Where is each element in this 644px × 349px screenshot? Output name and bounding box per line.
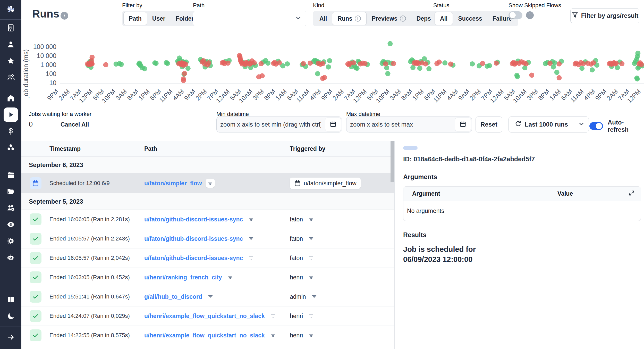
chart-point-failure[interactable] xyxy=(591,60,596,65)
sidebar-item-user[interactable] xyxy=(0,36,21,53)
run-row[interactable]: Ended 16:05:57 (Ran in 2,243s) u/faton/g… xyxy=(21,229,394,248)
chart-point-failure[interactable] xyxy=(557,61,562,67)
status-success[interactable]: Success xyxy=(453,12,487,25)
sidebar-item-star[interactable] xyxy=(0,53,21,69)
scrollbar-thumb[interactable] xyxy=(391,141,394,182)
chart-point-failure[interactable] xyxy=(225,61,231,66)
status-all[interactable]: All xyxy=(435,12,453,25)
filter-by-path-button[interactable] xyxy=(206,292,215,301)
filter-by-user-button[interactable] xyxy=(307,234,316,243)
filter-by-user[interactable]: User xyxy=(147,12,171,25)
run-path-link[interactable]: u/faton/github-discord-issues-sync xyxy=(144,235,243,242)
chart-point-failure[interactable] xyxy=(252,60,257,65)
sidebar-item-robot[interactable] xyxy=(0,249,21,266)
sidebar-item-cubes[interactable] xyxy=(0,139,21,156)
chart-point-failure[interactable] xyxy=(322,75,327,80)
chart-point-failure[interactable] xyxy=(89,55,95,60)
chart-point-success[interactable] xyxy=(137,61,142,66)
chart-point-success[interactable] xyxy=(285,61,290,67)
chart-point-success[interactable] xyxy=(154,61,159,66)
chart-point-success[interactable] xyxy=(327,58,332,63)
chart-point-success[interactable] xyxy=(315,71,320,76)
run-row[interactable]: Scheduled for 12:00 6/9 u/faton/simpler_… xyxy=(21,173,394,193)
chart-point-failure[interactable] xyxy=(183,62,188,67)
sidebar-item-home[interactable] xyxy=(0,90,21,106)
chart-point-failure[interactable] xyxy=(301,61,306,66)
chart-point-failure[interactable] xyxy=(614,61,619,66)
kind-previews[interactable]: Previews xyxy=(367,12,411,25)
sidebar-item-users[interactable] xyxy=(0,69,21,86)
run-row[interactable]: Ended 14:23:55 (Ran in 8,575s) u/henri/e… xyxy=(21,326,394,345)
cancel-all-button[interactable]: Cancel All xyxy=(61,121,89,128)
run-row[interactable]: Ended 16:03:05 (Ran in 0,452s) u/henri/r… xyxy=(21,268,394,287)
title-info-icon[interactable] xyxy=(61,12,68,20)
chart-point-failure[interactable] xyxy=(437,60,442,65)
chart-point-failure[interactable] xyxy=(259,61,264,66)
last-runs-menu-button[interactable] xyxy=(574,117,589,132)
chart-point-failure[interactable] xyxy=(448,62,453,67)
show-skipped-info-icon[interactable] xyxy=(526,11,534,19)
chart-point-success[interactable] xyxy=(635,76,640,81)
chart-point-failure[interactable] xyxy=(351,60,356,65)
chart-point-failure[interactable] xyxy=(277,60,282,65)
chart-point-success[interactable] xyxy=(470,61,475,67)
auto-refresh-toggle[interactable] xyxy=(589,122,603,130)
filter-by-path-button[interactable] xyxy=(268,331,278,340)
filter-by-user-button[interactable] xyxy=(307,273,316,282)
sidebar-item-moon[interactable] xyxy=(0,308,21,325)
chart-point-failure[interactable] xyxy=(494,61,499,66)
filter-by-path-button[interactable] xyxy=(247,215,256,224)
run-path-link[interactable]: u/henri/example_flow_quickstart_no_slack xyxy=(144,332,265,339)
sidebar-item-folder[interactable] xyxy=(0,183,21,200)
kind-all[interactable]: All xyxy=(314,12,332,25)
filter-by-path-button[interactable] xyxy=(268,312,278,320)
last-runs-button[interactable]: Last 1000 runs xyxy=(509,117,574,132)
filter-by-user-button[interactable] xyxy=(307,331,316,340)
min-datetime-calendar-button[interactable] xyxy=(325,118,341,131)
chart-point-failure[interactable] xyxy=(182,71,187,76)
run-row[interactable]: Ended 15:51:41 (Ran in 0,647s) g/all/hub… xyxy=(21,287,394,306)
chart-point-success[interactable] xyxy=(326,64,331,70)
filter-by-user-button[interactable] xyxy=(307,312,316,320)
sidebar-item-book[interactable] xyxy=(0,292,21,308)
max-datetime-input[interactable] xyxy=(346,117,454,132)
chart-point-success[interactable] xyxy=(417,66,422,71)
run-path-link[interactable]: u/henri/example_flow_quickstart_no_slack xyxy=(144,313,265,320)
chart-point-failure[interactable] xyxy=(557,75,562,80)
chart-point-success[interactable] xyxy=(387,41,393,46)
run-row[interactable]: Ended 16:05:57 (Ran in 2,042s) u/faton/g… xyxy=(21,248,394,268)
chart-point-failure[interactable] xyxy=(391,61,396,66)
chart-point-failure[interactable] xyxy=(423,61,428,67)
chart-point-failure[interactable] xyxy=(619,61,624,66)
filter-args-button[interactable]: Filter by args/result xyxy=(570,8,639,23)
filter-by-user-button[interactable] xyxy=(307,254,316,262)
filter-by-user-button[interactable] xyxy=(310,292,319,301)
sidebar-item-eye[interactable] xyxy=(0,216,21,233)
chart-point-failure[interactable] xyxy=(103,62,108,67)
chart-point-success[interactable] xyxy=(426,66,431,71)
chart-point-success[interactable] xyxy=(142,66,147,71)
run-row[interactable]: Ended 14:24:07 (Ran in 0,029s) u/henri/e… xyxy=(21,306,394,326)
run-path-link[interactable]: u/henri/ranking_french_city xyxy=(144,274,222,281)
path-select[interactable] xyxy=(193,11,306,26)
chart-point-success[interactable] xyxy=(265,61,270,66)
sidebar-item-play[interactable] xyxy=(0,106,21,123)
sidebar-item-gear[interactable] xyxy=(0,233,21,249)
filter-by-user-button[interactable] xyxy=(307,215,316,224)
chart-point-success[interactable] xyxy=(165,61,170,66)
chart-point-success[interactable] xyxy=(554,70,560,75)
chart-point-success[interactable] xyxy=(354,66,360,71)
reset-button[interactable]: Reset xyxy=(476,117,502,132)
chart-point-success[interactable] xyxy=(410,65,416,70)
chart-point-failure[interactable] xyxy=(480,61,485,66)
expand-icon[interactable] xyxy=(623,190,641,198)
show-skipped-toggle[interactable] xyxy=(509,11,522,19)
sidebar-item-dollar[interactable] xyxy=(0,123,21,139)
run-path-link[interactable]: u/faton/github-discord-issues-sync xyxy=(144,216,243,223)
run-path-link[interactable]: u/faton/github-discord-issues-sync xyxy=(144,255,243,262)
run-path-link[interactable]: g/all/hub_to_discord xyxy=(144,293,202,300)
duration-chart[interactable]: job duration (ms)101001 00010 000100 000… xyxy=(21,39,644,108)
run-row[interactable]: Ended 16:06:05 (Ran in 2,281s) u/faton/g… xyxy=(21,210,394,229)
chart-point-success[interactable] xyxy=(635,51,640,56)
filter-by-path-button[interactable] xyxy=(247,254,256,262)
